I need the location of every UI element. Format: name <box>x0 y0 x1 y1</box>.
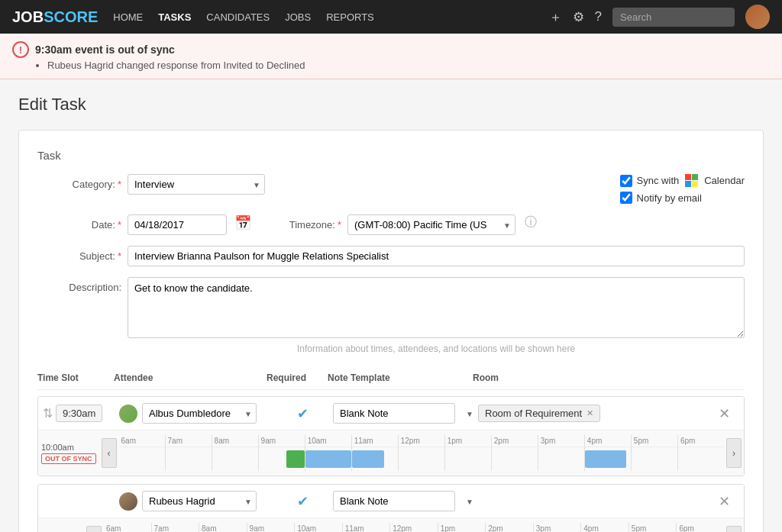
cal-next-2[interactable]: › <box>726 526 742 532</box>
date-input[interactable] <box>128 214 227 235</box>
nav-reports[interactable]: REPORTS <box>326 11 374 23</box>
cal-hour-9am: 9am <box>259 435 305 471</box>
timezone-help-icon[interactable]: ⓘ <box>525 214 537 231</box>
required-star-subject: * <box>118 250 121 262</box>
required-star-date: * <box>118 219 121 231</box>
logo-score: SCORE <box>44 8 98 26</box>
card-section-title: Task <box>37 149 745 162</box>
date-row: Date:* 📅 Timezone:* (GMT-08:00) Pacific … <box>37 214 745 235</box>
timeslot-1: ⇅ 9:30am <box>43 405 119 422</box>
remove-row-1[interactable]: ✕ <box>719 406 730 421</box>
alert-title: ! 9:30am event is out of sync <box>12 41 767 58</box>
out-of-sync-badge: OUT OF SYNC <box>41 453 96 464</box>
nav-icons: ＋ ⚙ ? <box>549 5 770 29</box>
page-title: Edit Task <box>18 95 764 114</box>
cal-hour-6am: 6am <box>119 435 166 471</box>
required-check-2: ✔ <box>297 494 309 509</box>
description-row: Description: Get to know the candidate. … <box>37 277 745 354</box>
room-1-tag: Room of Requirement ✕ <box>478 405 600 422</box>
time-badge-1: 9:30am <box>56 405 102 422</box>
help-icon[interactable]: ? <box>595 9 602 24</box>
description-wrapper: Get to know the candidate. Information a… <box>128 277 745 354</box>
description-textarea[interactable]: Get to know the candidate. <box>128 277 745 338</box>
timezone-select[interactable]: (GMT-08:00) Pacific Time (US <box>347 214 515 235</box>
calendar-bar-2: ‹ 6am 7am 8am <box>38 517 744 532</box>
required-star: * <box>118 179 121 190</box>
cal-prev-2[interactable]: ‹ <box>86 526 102 532</box>
schedule-header: Time Slot Attendee Required Note Templat… <box>37 369 745 390</box>
date-label: Date:* <box>37 214 121 231</box>
nav-links: HOME TASKS CANDIDATES JOBS REPORTS <box>113 11 542 23</box>
cal2-hour-5pm: 5pm <box>629 523 677 532</box>
calendar-icon[interactable]: 📅 <box>234 214 251 231</box>
attendee-2-wrapper: Rubeus Hagrid ▼ <box>119 491 272 511</box>
category-label: Category:* <box>37 174 121 190</box>
gear-icon[interactable]: ⚙ <box>573 9 584 25</box>
calendar-bar-1: 10:00am OUT OF SYNC ‹ 6am 7am <box>38 430 744 476</box>
required-check-1: ✔ <box>297 406 309 421</box>
alert-banner: ! 9:30am event is out of sync Rubeus Hag… <box>0 34 782 79</box>
cal2-hour-1pm: 1pm <box>438 523 486 532</box>
category-select[interactable]: Interview <box>128 174 265 195</box>
note-2-select[interactable]: Blank Note <box>333 491 455 511</box>
logo[interactable]: JOBSCORE <box>12 8 98 26</box>
task-card: Task Category:* Interview ▼ Sync with <box>18 130 764 532</box>
room-1-remove[interactable]: ✕ <box>586 408 593 418</box>
nav-candidates[interactable]: CANDIDATES <box>206 11 270 23</box>
col-attendee: Attendee <box>114 372 267 383</box>
nav-tasks[interactable]: TASKS <box>158 11 191 23</box>
nav-home[interactable]: HOME <box>113 11 143 23</box>
cal-hour-7am: 7am <box>166 435 212 471</box>
cal2-hour-7am: 7am <box>152 523 200 532</box>
sync-calendar-checkbox[interactable] <box>620 175 632 187</box>
schedule-row-1-main: ⇅ 9:30am Albus Dumbledore ▼ <box>38 397 744 430</box>
timezone-label: Timezone:* <box>280 214 341 231</box>
attendee-2-select[interactable]: Rubeus Hagrid <box>142 491 257 511</box>
drag-handle-1[interactable]: ⇅ <box>43 406 53 421</box>
col-note-template: Note Template <box>328 372 473 383</box>
alert-detail-item: Rubeus Hagrid changed response from Invi… <box>47 60 767 71</box>
cal-hour-4pm: 4pm <box>585 435 632 471</box>
subject-label: Subject:* <box>37 246 121 262</box>
add-icon[interactable]: ＋ <box>549 8 562 26</box>
note-1-select[interactable]: Blank Note <box>333 403 455 424</box>
attendee-2-select-wrapper: Rubeus Hagrid ▼ <box>142 491 257 511</box>
cal-hour-6pm-end: 6pm <box>678 435 724 471</box>
description-label: Description: <box>37 277 121 293</box>
row-2-time-info <box>38 523 84 532</box>
ms-icon <box>685 174 698 187</box>
cal2-hour-3pm: 3pm <box>534 523 582 532</box>
timezone-select-wrapper: (GMT-08:00) Pacific Time (US ▼ <box>347 214 515 235</box>
cal-hour-5pm: 5pm <box>632 435 678 471</box>
required-2-cell: ✔ <box>272 493 333 510</box>
attendee-1-select[interactable]: Albus Dumbledore <box>142 403 257 424</box>
subject-input[interactable] <box>128 246 745 266</box>
cal2-hour-6pm-end: 6pm <box>677 523 724 532</box>
attendee-1-wrapper: Albus Dumbledore ▼ <box>119 403 272 424</box>
avatar[interactable] <box>745 5 770 29</box>
cal2-hour-6am: 6am <box>104 523 152 532</box>
cal2-hour-10am: 10am <box>295 523 343 532</box>
calendar-label: Calendar <box>704 175 745 186</box>
cal-prev-1[interactable]: ‹ <box>102 438 117 468</box>
nav-jobs[interactable]: JOBS <box>285 11 311 23</box>
note-1-select-wrapper: Blank Note ▼ <box>333 403 478 424</box>
search-input[interactable] <box>612 8 735 27</box>
category-select-wrapper: Interview ▼ <box>128 174 265 195</box>
cal-hour-2pm: 2pm <box>492 435 538 471</box>
cal2-hour-12pm: 12pm <box>390 523 438 532</box>
cal-grid-1: 6am 7am 8am <box>119 435 724 471</box>
room-1-cell: Room of Requirement ✕ <box>478 405 709 422</box>
remove-row-2[interactable]: ✕ <box>719 494 730 509</box>
sync-calendar-check: Sync with Calendar <box>620 174 745 187</box>
notify-email-checkbox[interactable] <box>620 192 632 204</box>
notify-email-label: Notify by email <box>637 192 702 204</box>
cal-event-11am-blue <box>352 450 384 468</box>
cal-hour-11am: 11am <box>352 435 399 471</box>
col-room: Room <box>473 372 714 383</box>
cal-hour-8am: 8am <box>212 435 259 471</box>
cal2-hour-4pm: 4pm <box>581 523 629 532</box>
cal-next-1[interactable]: › <box>726 438 742 468</box>
alert-icon: ! <box>12 41 29 58</box>
schedule-row-2: Rubeus Hagrid ▼ ✔ Blank Note <box>37 484 745 532</box>
